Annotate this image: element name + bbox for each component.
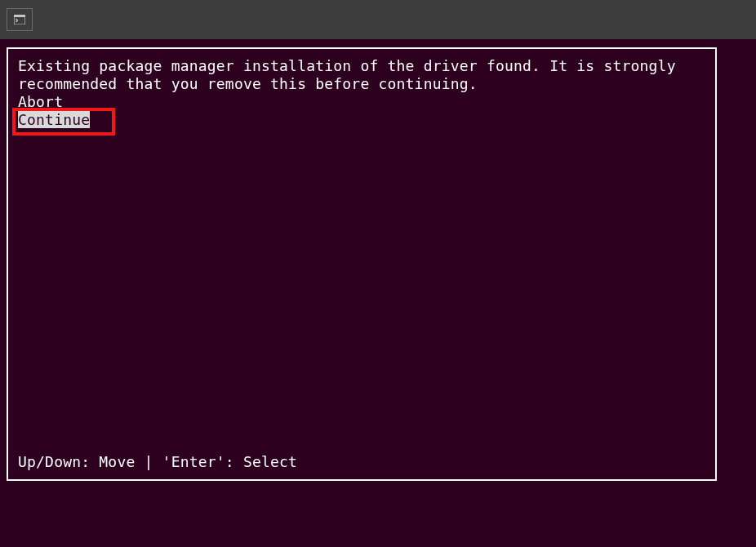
svg-rect-1	[14, 15, 25, 17]
option-abort[interactable]: Abort	[18, 93, 63, 110]
dialog-message: Existing package manager installation of…	[18, 57, 685, 92]
dialog-footer: Up/Down: Move | 'Enter': Select	[18, 453, 705, 471]
installer-dialog: Existing package manager installation of…	[7, 47, 717, 481]
option-continue[interactable]: Continue	[18, 111, 90, 128]
dialog-content: Existing package manager installation of…	[18, 57, 705, 453]
titlebar-terminal-button[interactable]	[7, 8, 33, 31]
terminal-icon	[14, 15, 25, 24]
window-title-bar	[0, 0, 756, 39]
